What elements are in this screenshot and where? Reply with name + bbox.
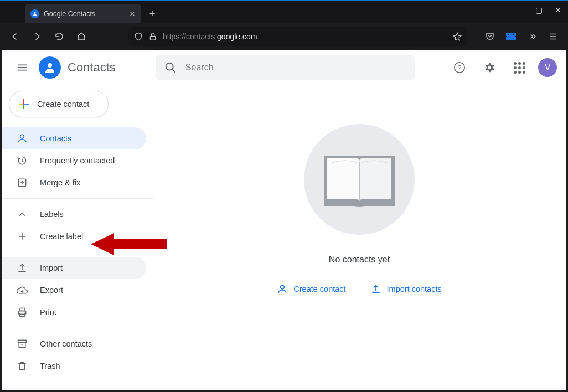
- empty-actions: Create contact Import contacts: [277, 283, 441, 295]
- print-icon: [17, 307, 28, 318]
- browser-tabbar: Google Contacts ✕ +: [0, 0, 568, 23]
- archive-icon: [17, 338, 28, 349]
- sidebar-item-other[interactable]: Other contacts: [2, 333, 146, 355]
- svg-rect-6: [24, 104, 29, 105]
- create-contact-button[interactable]: Create contact: [9, 91, 109, 117]
- help-button[interactable]: ?: [448, 56, 471, 79]
- search-bar[interactable]: [156, 55, 415, 80]
- svg-rect-7: [23, 105, 24, 109]
- svg-point-19: [349, 201, 369, 207]
- maximize-button[interactable]: ▢: [535, 6, 543, 14]
- create-contact-label: Create contact: [37, 100, 89, 109]
- account-avatar[interactable]: V: [538, 58, 557, 77]
- divider: [2, 328, 153, 328]
- svg-rect-5: [23, 99, 24, 104]
- sidebar-item-print[interactable]: Print: [2, 301, 146, 323]
- sidebar-item-trash[interactable]: Trash: [2, 355, 146, 377]
- settings-button[interactable]: [478, 56, 500, 79]
- contacts-logo-icon: [39, 56, 61, 79]
- chevron-up-icon: [17, 209, 28, 220]
- sidebar-item-frequent[interactable]: Frequently contacted: [2, 149, 146, 172]
- pocket-icon[interactable]: [482, 28, 498, 45]
- book-icon: [315, 146, 404, 213]
- sidebar-labels-header[interactable]: Labels: [2, 203, 146, 225]
- url-text: https://contacts.google.com: [163, 32, 447, 41]
- svg-rect-1: [150, 36, 155, 40]
- person-icon: [17, 133, 28, 144]
- svg-point-2: [48, 63, 52, 68]
- svg-rect-8: [19, 104, 23, 105]
- svg-rect-9: [23, 104, 24, 105]
- svg-text:?: ?: [458, 64, 462, 72]
- trash-icon: [17, 360, 28, 372]
- browser-toolbar: https://contacts.google.com: [0, 23, 568, 50]
- minimize-button[interactable]: —: [515, 6, 523, 14]
- history-icon: [17, 155, 28, 166]
- tab-favicon-icon: [30, 9, 39, 18]
- main-menu-button[interactable]: [11, 56, 33, 79]
- sidebar-item-import[interactable]: Import: [2, 257, 146, 279]
- sidebar-item-merge[interactable]: Merge & fix: [2, 172, 146, 194]
- sidebar-create-label[interactable]: Create label: [2, 225, 146, 247]
- import-contacts-action[interactable]: Import contacts: [370, 283, 442, 295]
- browser-tab[interactable]: Google Contacts ✕: [25, 4, 141, 23]
- reload-button[interactable]: [51, 28, 68, 45]
- google-apps-button[interactable]: [508, 56, 530, 79]
- forward-button[interactable]: [29, 28, 45, 45]
- plus-icon: [17, 97, 30, 111]
- lock-icon: [148, 32, 157, 41]
- overflow-icon[interactable]: [524, 28, 540, 45]
- home-button[interactable]: [73, 28, 90, 45]
- back-button[interactable]: [7, 28, 23, 45]
- person-icon: [277, 283, 288, 295]
- close-window-button[interactable]: ✕: [555, 6, 561, 14]
- upload-icon: [17, 262, 28, 274]
- svg-rect-16: [19, 343, 25, 348]
- mail-icon[interactable]: [503, 28, 519, 45]
- divider: [2, 198, 153, 199]
- plus-small-icon: [17, 231, 28, 242]
- tab-title: Google Contacts: [44, 10, 95, 18]
- search-input[interactable]: [185, 63, 406, 73]
- menu-icon[interactable]: [545, 28, 561, 45]
- address-bar[interactable]: https://contacts.google.com: [128, 27, 467, 46]
- bookmark-star-icon[interactable]: [453, 32, 462, 41]
- empty-illustration: [304, 124, 415, 235]
- svg-point-0: [34, 12, 35, 14]
- window-controls: — ▢ ✕: [515, 6, 561, 14]
- app-title: Contacts: [68, 60, 116, 75]
- sidebar-item-contacts[interactable]: Contacts: [2, 127, 146, 149]
- app-viewport: Contacts ? V Create contact: [2, 50, 566, 390]
- merge-icon: [17, 177, 28, 188]
- empty-state-message: No contacts yet: [329, 255, 390, 265]
- tab-close-icon[interactable]: ✕: [129, 9, 136, 18]
- shield-icon: [134, 32, 143, 41]
- app-header: Contacts ? V: [2, 50, 566, 85]
- sidebar: Create contact Contacts Frequently conta…: [2, 85, 153, 390]
- svg-point-10: [20, 135, 24, 138]
- divider: [2, 252, 153, 252]
- svg-point-20: [281, 285, 285, 289]
- create-contact-action[interactable]: Create contact: [277, 283, 345, 295]
- cloud-download-icon: [17, 285, 28, 296]
- sidebar-item-export[interactable]: Export: [2, 279, 146, 301]
- upload-icon: [370, 283, 381, 295]
- new-tab-button[interactable]: +: [144, 6, 160, 22]
- search-icon: [164, 61, 177, 74]
- main-content: No contacts yet Create contact Import co…: [153, 85, 566, 390]
